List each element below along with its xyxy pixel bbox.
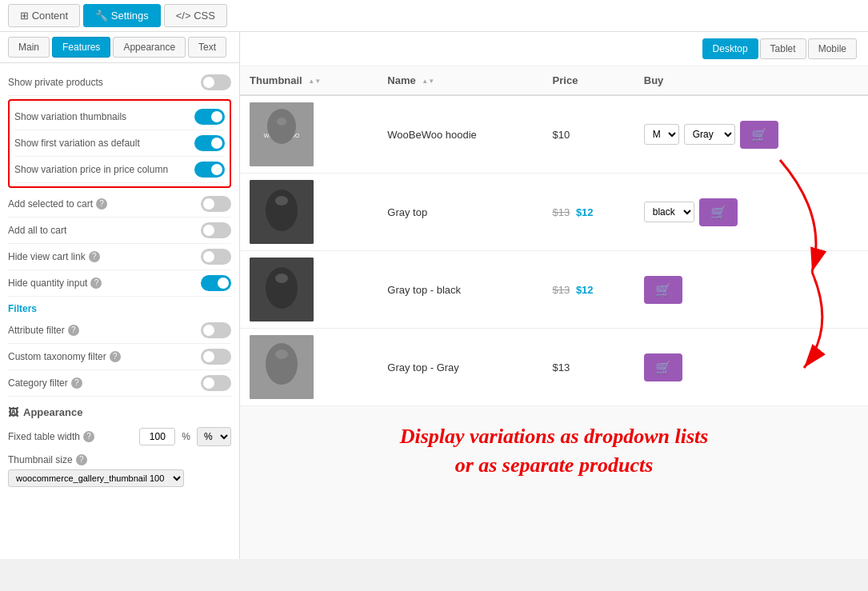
- mobile-viewport-btn[interactable]: Mobile: [808, 38, 857, 59]
- table-body: WOODEWOO WooBeWoo hoodie $10: [240, 95, 868, 406]
- show-variation-thumb-label: Show variation thumbnails: [14, 111, 126, 122]
- buy-cell-2: black gray 🛒: [644, 198, 858, 226]
- col-buy[interactable]: Buy: [634, 66, 868, 95]
- svg-point-12: [266, 343, 298, 385]
- table-width-unit: %: [182, 431, 190, 442]
- tab-main[interactable]: Main: [8, 37, 50, 58]
- toggle-slider-2: [194, 109, 225, 125]
- svg-point-3: [277, 118, 286, 126]
- add-to-cart-btn-4[interactable]: 🛒: [644, 353, 682, 381]
- content-nav-btn[interactable]: ⊞ Content: [8, 4, 80, 27]
- help-icon-attribute[interactable]: ?: [68, 325, 79, 336]
- tab-text[interactable]: Text: [188, 37, 226, 58]
- setting-add-all-to-cart: Add all to cart: [8, 218, 231, 244]
- setting-add-selected-to-cart: Add selected to cart ?: [8, 191, 231, 218]
- variation-select-color-1[interactable]: Gray Black: [684, 124, 735, 145]
- help-icon-hide-cart[interactable]: ?: [89, 251, 100, 262]
- product-name-3: Gray top - black: [387, 284, 461, 296]
- top-navigation: ⊞ Content 🔧 Settings </> CSS: [0, 0, 868, 32]
- attribute-filter-label: Attribute filter ?: [8, 325, 79, 336]
- buy-cell-3: 🛒: [644, 276, 858, 304]
- cell-thumbnail-3: [240, 251, 378, 329]
- viewport-bar: Desktop Tablet Mobile: [240, 32, 868, 66]
- table-width-input[interactable]: [139, 428, 175, 445]
- setting-show-variation-price: Show variation price in price column: [14, 157, 225, 183]
- help-icon-add-selected[interactable]: ?: [96, 198, 107, 210]
- table-width-unit-select[interactable]: % px: [197, 427, 231, 446]
- show-first-variation-label: Show first variation as default: [14, 138, 140, 149]
- product-thumbnail-2: [250, 180, 314, 244]
- desktop-viewport-btn[interactable]: Desktop: [702, 38, 758, 59]
- attribute-filter-toggle[interactable]: [201, 322, 231, 338]
- hide-quantity-toggle[interactable]: [201, 275, 231, 291]
- sub-navigation: Main Features Appearance Text: [0, 32, 239, 63]
- variation-select-color-2[interactable]: black gray: [644, 202, 694, 222]
- annotation-line1: Display variations as dropdown lists: [264, 422, 844, 451]
- help-icon-table-width[interactable]: ?: [83, 431, 94, 442]
- hide-view-cart-toggle[interactable]: [201, 249, 231, 265]
- col-thumbnail[interactable]: Thumbnail ▲▼: [240, 66, 378, 95]
- css-nav-btn[interactable]: </> CSS: [164, 4, 227, 27]
- col-price[interactable]: Price: [543, 66, 634, 95]
- add-to-cart-btn-3[interactable]: 🛒: [644, 276, 682, 304]
- show-first-variation-toggle[interactable]: [194, 135, 225, 151]
- product-price-4: $13: [553, 361, 570, 373]
- toggle-slider: [201, 74, 231, 90]
- gray-top-gray-thumb: woobewoo: [250, 335, 314, 399]
- product-price-3: $13 $12: [553, 284, 594, 296]
- add-to-cart-btn-1[interactable]: 🛒: [740, 121, 778, 149]
- svg-point-9: [275, 274, 288, 283]
- setting-custom-taxonomy-filter: Custom taxonomy filter ?: [8, 344, 231, 370]
- toggle-slider-10: [201, 349, 231, 365]
- category-filter-toggle[interactable]: [201, 375, 231, 391]
- toggle-slider-8: [201, 275, 231, 291]
- show-variation-thumb-toggle[interactable]: [194, 109, 225, 125]
- thumbnail-size-select[interactable]: woocommerce_gallery_thumbnail 100 :: [8, 469, 184, 487]
- product-name-2: Gray top: [387, 206, 427, 218]
- old-price-2: $13: [553, 206, 570, 218]
- add-selected-toggle[interactable]: [201, 196, 231, 212]
- product-price-2: $13 $12: [553, 206, 594, 218]
- add-to-cart-btn-2[interactable]: 🛒: [699, 198, 738, 226]
- cell-price-4: $13: [543, 329, 634, 406]
- cell-buy-4: 🛒: [634, 329, 868, 406]
- code-icon: </>: [176, 10, 191, 22]
- appearance-section-title: 🖼 Appearance: [8, 401, 231, 423]
- cell-buy-1: M S L Gray Black 🛒: [634, 95, 868, 174]
- product-price-1: $10: [553, 129, 570, 141]
- table-row: WOODEWOO WooBeWoo hoodie $10: [240, 95, 868, 174]
- sort-arrows-name: ▲▼: [422, 78, 434, 85]
- show-private-label: Show private products: [8, 77, 103, 88]
- svg-point-13: [275, 349, 288, 359]
- wrench-icon: 🔧: [95, 10, 108, 22]
- help-icon-category[interactable]: ?: [71, 377, 82, 389]
- toggle-slider-4: [194, 162, 225, 178]
- show-private-toggle[interactable]: [201, 74, 231, 90]
- help-icon-thumbnail[interactable]: ?: [76, 454, 87, 465]
- variation-select-size-1[interactable]: M S L: [644, 124, 679, 145]
- old-price-3: $13: [553, 284, 570, 296]
- tab-appearance[interactable]: Appearance: [113, 37, 186, 58]
- setting-category-filter: Category filter ?: [8, 370, 231, 397]
- show-variation-price-toggle[interactable]: [194, 162, 225, 178]
- col-name[interactable]: Name ▲▼: [378, 66, 542, 95]
- buy-cell-1: M S L Gray Black 🛒: [644, 121, 858, 149]
- settings-nav-btn[interactable]: 🔧 Settings: [83, 4, 161, 27]
- tablet-viewport-btn[interactable]: Tablet: [760, 38, 806, 59]
- help-icon-taxonomy[interactable]: ?: [110, 351, 121, 362]
- table-row: Gray top - black $13 $12 🛒: [240, 251, 868, 329]
- thumbnail-size-label: Thumbnail size ?: [8, 454, 87, 465]
- custom-taxonomy-toggle[interactable]: [201, 349, 231, 365]
- cell-price-1: $10: [543, 95, 634, 174]
- thumbnail-size-select-row: woocommerce_gallery_thumbnail 100 :: [8, 469, 231, 487]
- cell-price-2: $13 $12: [543, 174, 634, 251]
- sidebar: Main Features Appearance Text Show priva…: [0, 32, 240, 559]
- buy-cell-4: 🛒: [644, 353, 858, 381]
- help-icon-quantity[interactable]: ?: [90, 278, 102, 289]
- grid-icon: ⊞: [20, 10, 29, 22]
- setting-show-first-variation: Show first variation as default: [14, 130, 225, 157]
- setting-hide-quantity-input: Hide quantity input ?: [8, 270, 231, 297]
- tab-features[interactable]: Features: [52, 37, 110, 58]
- setting-show-variation-thumbnails: Show variation thumbnails: [14, 104, 225, 130]
- add-all-toggle[interactable]: [201, 222, 231, 238]
